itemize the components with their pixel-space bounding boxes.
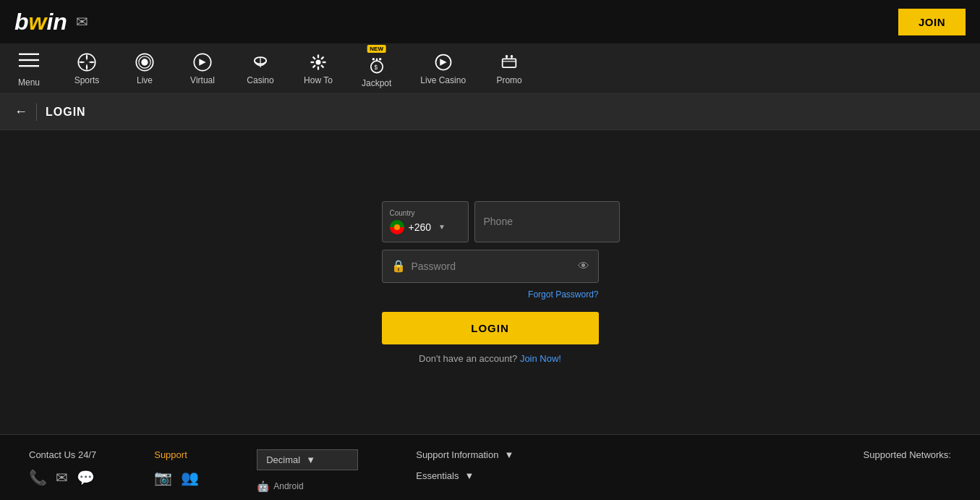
eye-icon[interactable]: 👁 (578, 260, 589, 273)
facebook-icon[interactable]: 👥 (181, 469, 199, 486)
promo-icon (499, 52, 519, 72)
nav-bar: Menu Sports Live Virtual Casino How To (0, 43, 980, 94)
country-selector[interactable]: Country +260 ▼ (382, 201, 469, 242)
header: bwin ✉ JOIN (0, 0, 980, 43)
svg-rect-1 (19, 59, 39, 60)
svg-point-21 (372, 58, 375, 61)
back-button[interactable]: ← (14, 104, 27, 119)
forgot-password-anchor[interactable]: Forgot Password? (528, 289, 598, 300)
instagram-icon[interactable]: 📷 (154, 469, 172, 486)
svg-rect-25 (503, 59, 516, 67)
join-now-link[interactable]: Join Now! (520, 353, 561, 364)
android-icon: 🤖 (257, 480, 269, 492)
login-bar: ← LOGIN (0, 94, 980, 130)
nav-label-promo: Promo (496, 75, 521, 85)
nav-label-sports: Sports (74, 75, 100, 85)
svg-line-17 (321, 56, 323, 59)
sports-icon (77, 52, 97, 72)
email-icon[interactable]: ✉ (76, 13, 88, 30)
nav-label-live: Live (137, 75, 153, 85)
svg-point-10 (316, 59, 321, 64)
nav-label-jackpot: Jackpot (362, 78, 391, 88)
phone-row: Country +260 ▼ (382, 201, 599, 242)
decimal-label: Decimal (266, 454, 300, 465)
svg-text:$: $ (374, 64, 378, 70)
main-content: Country +260 ▼ 🔒 👁 Forgot Password? LOGI… (0, 130, 980, 434)
phone-input[interactable] (474, 201, 620, 242)
support-info-label: Support Information (416, 449, 498, 460)
decimal-dropdown[interactable]: Decimal ▼ (257, 449, 358, 470)
footer-support: Support 📷 👥 (154, 449, 199, 486)
chevron-down-icon: ▼ (438, 223, 446, 231)
svg-point-28 (506, 55, 508, 58)
virtual-icon (192, 52, 213, 72)
country-value: +260 ▼ (390, 220, 446, 234)
phone-contact-icon[interactable]: 📞 (29, 469, 47, 486)
nav-item-casino[interactable]: Casino (231, 46, 289, 91)
nav-item-promo[interactable]: Promo (480, 46, 538, 91)
svg-line-18 (313, 65, 315, 67)
email-contact-icon[interactable]: ✉ (56, 469, 68, 486)
svg-point-22 (379, 58, 382, 61)
logo: bwin ✉ (14, 10, 88, 33)
android-label: Android (273, 481, 303, 491)
casino-icon (250, 52, 270, 72)
nav-item-livecasino[interactable]: Live Casino (406, 46, 480, 91)
support-info-row[interactable]: Support Information ▼ (416, 449, 514, 460)
footer-contact: Contact Us 24/7 📞 ✉ 💬 (29, 449, 96, 486)
footer: Contact Us 24/7 📞 ✉ 💬 Support 📷 👥 Decima… (0, 434, 980, 500)
password-field: 🔒 👁 (382, 250, 599, 283)
svg-point-5 (141, 59, 148, 65)
livecasino-icon (433, 52, 453, 72)
nav-label-menu: Menu (18, 77, 40, 88)
nav-item-howto[interactable]: How To (289, 46, 347, 91)
footer-decimal: Decimal ▼ 🤖 Android (257, 449, 358, 492)
login-button[interactable]: LOGIN (382, 312, 599, 344)
howto-icon (308, 52, 328, 72)
nav-label-casino: Casino (247, 75, 273, 85)
logo-text: bwin (14, 10, 67, 33)
svg-line-16 (321, 65, 323, 67)
footer-networks: Supported Networks: (864, 449, 951, 460)
nav-label-virtual: Virtual (190, 75, 215, 85)
nav-item-menu[interactable]: Menu (0, 44, 58, 93)
password-input[interactable] (412, 250, 578, 282)
zambia-flag (390, 220, 404, 234)
essentials-row[interactable]: Essentials ▼ (416, 470, 514, 481)
nav-item-live[interactable]: Live (116, 46, 174, 91)
nav-item-jackpot[interactable]: NEW $ Jackpot (347, 43, 406, 94)
new-badge: NEW (367, 45, 386, 53)
footer-support-info: Support Information ▼ Essentials ▼ (416, 449, 514, 481)
login-form: Country +260 ▼ 🔒 👁 Forgot Password? LOGI… (382, 201, 599, 364)
country-label: Country (390, 209, 415, 217)
jackpot-icon: NEW $ (367, 49, 387, 75)
divider (36, 103, 37, 121)
menu-icon (19, 50, 39, 75)
chat-contact-icon[interactable]: 💬 (77, 469, 95, 486)
forgot-password-link: Forgot Password? (382, 287, 599, 300)
country-code: +260 (409, 221, 432, 233)
essentials-label: Essentials (416, 470, 459, 481)
svg-point-29 (511, 55, 514, 58)
contact-title: Contact Us 24/7 (29, 449, 96, 460)
svg-rect-2 (19, 65, 39, 67)
nav-label-howto: How To (304, 75, 333, 85)
support-title: Support (154, 449, 199, 460)
svg-line-15 (313, 56, 315, 59)
networks-title: Supported Networks: (864, 449, 951, 460)
lock-icon: 🔒 (391, 259, 406, 273)
decimal-chevron-icon: ▼ (306, 454, 315, 465)
live-icon (135, 52, 155, 72)
nav-item-sports[interactable]: Sports (58, 46, 116, 91)
register-prompt: Don't have an account? Join Now! (382, 353, 599, 364)
essentials-chevron-icon: ▼ (464, 470, 474, 481)
nav-item-virtual[interactable]: Virtual (174, 46, 231, 91)
nav-label-livecasino: Live Casino (420, 75, 466, 85)
support-info-chevron-icon: ▼ (504, 449, 514, 460)
no-account-text: Don't have an account? (419, 353, 517, 364)
page-title: LOGIN (46, 106, 86, 119)
android-row: 🤖 Android (257, 480, 358, 492)
svg-rect-0 (19, 53, 39, 54)
join-button[interactable]: JOIN (898, 9, 966, 35)
